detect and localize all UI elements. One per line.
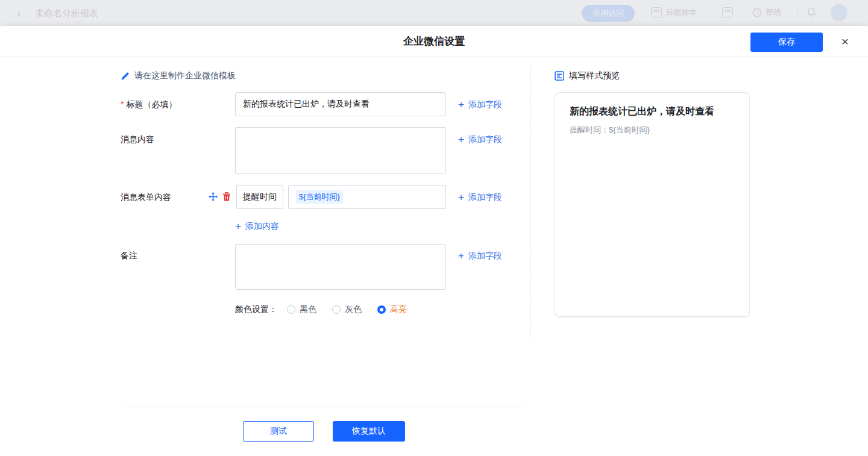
radio-checked-icon <box>377 305 386 314</box>
plus-icon: + <box>458 251 464 261</box>
preview-card: 新的报表统计已出炉，请及时查看 提醒时间：${当前时间} <box>555 92 750 317</box>
preview-card-line: 提醒时间：${当前时间} <box>570 125 650 136</box>
message-label: 消息内容 <box>121 133 154 145</box>
vertical-dashed-divider <box>530 66 531 339</box>
plus-icon: + <box>458 134 464 145</box>
wecom-settings-modal: 企业微信设置 保存 × 请在这里制作企业微信模板 *标题（必填） + 添加字段 … <box>0 26 868 456</box>
intro-text: 请在这里制作企业微信模板 <box>134 70 236 81</box>
form-row-actions <box>209 192 231 201</box>
preview-header: 填写样式预览 <box>555 70 620 81</box>
add-content-link[interactable]: + 添加内容 <box>235 220 279 232</box>
topbar-divider <box>797 8 797 17</box>
radio-option-black[interactable]: 黑色 <box>287 304 316 315</box>
note-add-field-link[interactable]: + 添加字段 <box>458 249 502 261</box>
report-title: 未命名分析报表 <box>35 8 98 19</box>
save-button[interactable]: 保存 <box>750 33 823 52</box>
note-label: 备注 <box>121 249 137 261</box>
test-button[interactable]: 测试 <box>243 421 314 442</box>
radio-option-gray[interactable]: 灰色 <box>332 304 362 315</box>
plus-icon: + <box>458 99 464 110</box>
backend-script-button[interactable]: 后端脚本 <box>651 7 697 18</box>
page-topbar: ‹ 未命名分析报表 应用访问 后端脚本 ? 帮助 <box>0 0 868 26</box>
question-circle-icon: ? <box>752 8 762 17</box>
screen: ‹ 未命名分析报表 应用访问 后端脚本 ? 帮助 <box>0 0 868 456</box>
back-icon[interactable]: ‹ <box>17 5 21 20</box>
message-add-field-link[interactable]: + 添加字段 <box>458 133 502 145</box>
color-settings-row: 颜色设置： 黑色 灰色 高亮 <box>235 304 407 315</box>
radio-icon <box>332 305 341 314</box>
close-icon[interactable]: × <box>837 34 853 49</box>
bell-icon[interactable] <box>807 7 816 19</box>
form-key-input[interactable] <box>236 185 283 209</box>
radio-icon <box>287 305 295 314</box>
plus-icon: + <box>458 192 464 202</box>
color-settings-label: 颜色设置： <box>235 304 277 315</box>
move-icon[interactable] <box>209 192 218 201</box>
app-icon-button[interactable] <box>722 7 733 18</box>
title-label: *标题（必填） <box>121 98 177 110</box>
modal-title: 企业微信设置 <box>403 26 465 57</box>
trash-icon[interactable] <box>222 192 231 201</box>
template-intro: 请在这里制作企业微信模板 <box>121 70 236 81</box>
radio-option-highlight[interactable]: 高亮 <box>377 304 407 315</box>
bottom-divider <box>125 407 523 407</box>
restore-default-button[interactable]: 恢复默认 <box>333 421 405 442</box>
script-icon <box>651 7 662 18</box>
preview-header-text: 填写样式预览 <box>569 70 620 81</box>
page-topbar-content: ‹ 未命名分析报表 应用访问 后端脚本 ? 帮助 <box>0 0 868 26</box>
app-icon <box>722 7 733 18</box>
pencil-icon <box>121 72 130 81</box>
plus-icon: + <box>235 221 241 231</box>
svg-text:?: ? <box>755 10 758 16</box>
form-add-field-link[interactable]: + 添加字段 <box>458 191 502 203</box>
form-content-label: 消息表单内容 <box>121 191 171 203</box>
required-mark: * <box>121 99 124 109</box>
app-access-button[interactable]: 应用访问 <box>582 5 635 22</box>
preview-doc-icon <box>555 71 564 81</box>
form-value-input[interactable]: ${当前时间} <box>288 185 446 209</box>
variable-chip[interactable]: ${当前时间} <box>296 190 343 204</box>
note-textarea[interactable] <box>235 244 446 290</box>
message-textarea[interactable] <box>235 127 446 174</box>
modal-header: 企业微信设置 保存 × <box>0 26 868 57</box>
title-add-field-link[interactable]: + 添加字段 <box>458 98 502 110</box>
preview-card-title: 新的报表统计已出炉，请及时查看 <box>570 105 737 118</box>
title-input[interactable] <box>235 92 446 116</box>
avatar[interactable] <box>831 4 848 21</box>
help-button[interactable]: ? 帮助 <box>752 7 781 18</box>
